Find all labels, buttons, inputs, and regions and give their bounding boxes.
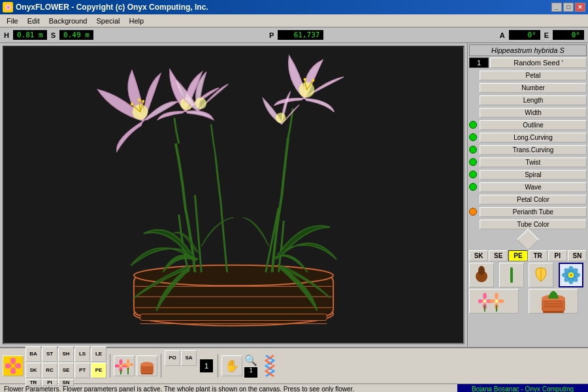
twist-dot bbox=[469, 158, 477, 166]
param-perianth-row: Perianth Tube bbox=[469, 206, 587, 218]
toolbar-flowercluster-icon[interactable] bbox=[114, 355, 135, 376]
param-number-row: Number bbox=[469, 82, 587, 93]
tubecolor-button[interactable]: Tube Color bbox=[480, 220, 587, 229]
a-label: A bbox=[500, 31, 505, 39]
toolbar-flower-icon[interactable] bbox=[3, 355, 24, 376]
random-seed-button[interactable]: Random Seed ' bbox=[490, 57, 587, 68]
tab-sk[interactable]: SK bbox=[469, 250, 488, 261]
petal-button[interactable]: Petal bbox=[480, 71, 587, 80]
sep3 bbox=[218, 354, 218, 378]
number-button[interactable]: Number bbox=[480, 83, 587, 93]
petalcolor-button[interactable]: Petal Color bbox=[480, 195, 587, 204]
p-value: 61,737 bbox=[278, 30, 323, 40]
longcurving-button[interactable]: Long.Curving bbox=[480, 133, 587, 142]
outline-dot bbox=[469, 121, 477, 129]
perianth-dot bbox=[469, 208, 477, 216]
tab-tr[interactable]: TR bbox=[529, 250, 547, 261]
length-button[interactable]: Length bbox=[480, 95, 587, 105]
svg-point-63 bbox=[11, 364, 15, 368]
param-wave-row: Wave bbox=[469, 181, 587, 193]
status-right-text: Bojana Bosanac - Onyx Computing bbox=[457, 384, 588, 392]
canvas-area bbox=[0, 43, 467, 347]
btn-rc[interactable]: RC bbox=[42, 363, 57, 378]
param-width-row: Width bbox=[469, 106, 587, 118]
frame-counter: 1 bbox=[200, 359, 213, 372]
btn-se[interactable]: SE bbox=[58, 363, 74, 378]
transcurving-dot bbox=[469, 146, 477, 154]
btn-le[interactable]: LE bbox=[91, 346, 106, 362]
hand-tool-button[interactable]: ✋ bbox=[221, 355, 242, 376]
param-petalcolor-row: Petal Color bbox=[469, 193, 587, 205]
btn-ba[interactable]: BA bbox=[25, 346, 41, 362]
perianth-button[interactable]: Perianth Tube bbox=[480, 207, 587, 217]
outline-button[interactable]: Outline bbox=[480, 120, 587, 130]
tab-pi[interactable]: PI bbox=[548, 250, 567, 261]
longcurving-dot bbox=[469, 133, 477, 141]
icon-bulb[interactable] bbox=[469, 263, 494, 287]
window-title: OnyxFLOWER - Copyright (c) Onyx Computin… bbox=[16, 3, 208, 12]
icon-stem[interactable] bbox=[499, 263, 524, 287]
toolbar-pot-icon[interactable] bbox=[137, 355, 157, 376]
maximize-button[interactable]: □ bbox=[563, 3, 574, 12]
svg-rect-77 bbox=[127, 368, 129, 374]
spiral-button[interactable]: Spiral bbox=[480, 170, 587, 180]
scrollbar-area bbox=[469, 232, 587, 248]
magnifier-icon[interactable]: 🔍 bbox=[244, 354, 257, 367]
svg-rect-6 bbox=[140, 314, 327, 321]
menu-special[interactable]: Special bbox=[92, 16, 123, 26]
minimize-button[interactable]: _ bbox=[551, 3, 562, 12]
e-label: E bbox=[544, 31, 549, 39]
svg-point-74 bbox=[129, 363, 134, 366]
btn-po[interactable]: PO bbox=[165, 350, 180, 366]
svg-point-39 bbox=[483, 293, 487, 299]
param-twist-row: Twist bbox=[469, 156, 587, 168]
btn-pe[interactable]: PE bbox=[91, 363, 106, 378]
param-spiral-row: Spiral bbox=[469, 169, 587, 180]
menu-help[interactable]: Help bbox=[125, 16, 148, 26]
menu-file[interactable]: File bbox=[3, 16, 22, 26]
plant-canvas[interactable] bbox=[3, 46, 465, 344]
icon-pot-large[interactable] bbox=[529, 289, 578, 314]
btn-sk[interactable]: SK bbox=[25, 363, 41, 378]
svg-point-47 bbox=[489, 299, 495, 303]
svg-point-69 bbox=[120, 365, 122, 367]
icon-flowers-group[interactable] bbox=[469, 289, 519, 314]
svg-point-60 bbox=[10, 368, 16, 374]
btn-st[interactable]: ST bbox=[42, 346, 57, 362]
param-longcurving-row: Long.Curving bbox=[469, 131, 587, 143]
btn-pt[interactable]: PT bbox=[74, 363, 90, 378]
icon-grid bbox=[469, 263, 587, 287]
icon-leaf[interactable] bbox=[529, 263, 553, 287]
svg-rect-76 bbox=[120, 370, 122, 374]
svg-point-73 bbox=[123, 363, 127, 366]
transcurving-button[interactable]: Trans.Curving bbox=[480, 145, 587, 155]
zoom-value: 1 bbox=[244, 367, 257, 378]
wave-button[interactable]: Wave bbox=[480, 182, 587, 192]
svg-point-79 bbox=[140, 362, 154, 367]
svg-rect-81 bbox=[142, 368, 152, 370]
right-panel: Hippeastrum hybrida S 1 Random Seed ' Pe… bbox=[467, 43, 588, 347]
menu-edit[interactable]: Edit bbox=[24, 16, 44, 26]
btn-ls[interactable]: LS bbox=[74, 346, 90, 362]
btn-sa[interactable]: SA bbox=[181, 350, 197, 366]
app-icon: 🌸 bbox=[3, 2, 13, 12]
icon-flower[interactable] bbox=[559, 263, 583, 287]
btn-sh[interactable]: SH bbox=[58, 346, 74, 362]
svg-point-59 bbox=[10, 358, 16, 364]
info-bar: H 0.81 m S 0.49 m P 61,737 A 0° E 0° bbox=[0, 27, 588, 43]
menu-background[interactable]: Background bbox=[45, 16, 91, 26]
twist-button[interactable]: Twist bbox=[480, 157, 587, 167]
tab-se[interactable]: SE bbox=[489, 250, 508, 261]
width-button[interactable]: Width bbox=[480, 108, 587, 118]
tab-row: SK SE PE TR PI SN bbox=[469, 250, 587, 261]
seed-row: 1 Random Seed ' bbox=[469, 57, 587, 68]
svg-point-62 bbox=[15, 363, 21, 368]
svg-rect-82 bbox=[142, 370, 152, 372]
dna-icon[interactable] bbox=[259, 355, 280, 376]
svg-point-43 bbox=[483, 300, 487, 303]
scroll-diamond[interactable] bbox=[517, 229, 539, 251]
tab-pe[interactable]: PE bbox=[508, 250, 527, 261]
svg-point-37 bbox=[570, 274, 572, 276]
close-button[interactable]: ✕ bbox=[575, 3, 585, 12]
tab-sn[interactable]: SN bbox=[568, 250, 587, 261]
